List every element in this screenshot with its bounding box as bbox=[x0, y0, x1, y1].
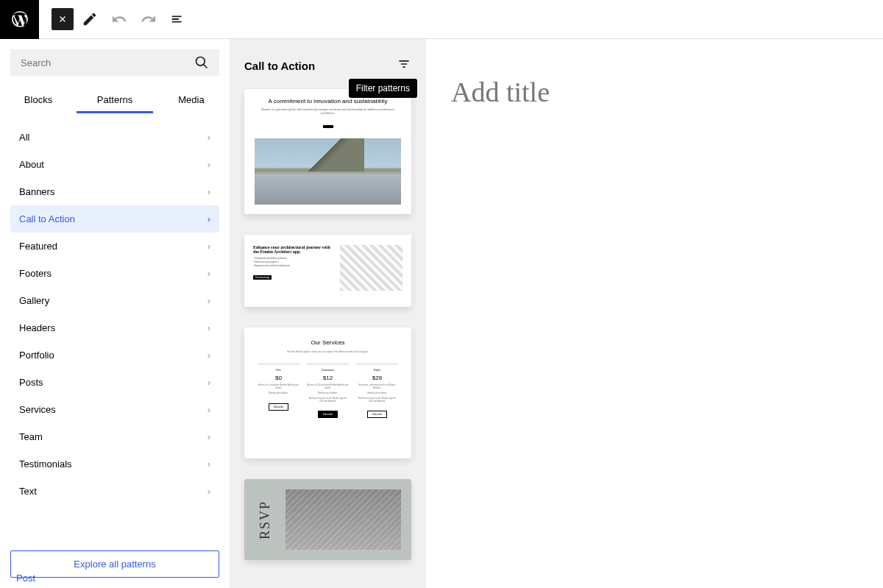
redo-icon bbox=[141, 11, 157, 27]
category-label: Call to Action bbox=[19, 213, 75, 224]
category-label: Gallery bbox=[19, 295, 49, 306]
category-list: All›About›Banners›Call to Action›Feature… bbox=[0, 113, 230, 540]
edit-tool-button[interactable] bbox=[77, 6, 103, 32]
pricing-tier: Free$0Access to 5 exclusive Études Artic… bbox=[258, 364, 299, 418]
filter-patterns-button[interactable]: Filter patterns bbox=[397, 57, 411, 74]
search-icon bbox=[194, 55, 209, 70]
chevron-right-icon: › bbox=[208, 132, 210, 143]
category-item[interactable]: Portfolio› bbox=[0, 341, 230, 369]
category-label: Team bbox=[19, 431, 43, 442]
close-icon bbox=[57, 14, 68, 24]
chevron-right-icon: › bbox=[208, 159, 210, 170]
pattern2-image bbox=[340, 245, 403, 291]
panel-title: Call to Action bbox=[244, 60, 315, 72]
footer-post-link[interactable]: Post bbox=[0, 568, 52, 588]
category-item[interactable]: Gallery› bbox=[0, 287, 230, 314]
category-label: All bbox=[19, 132, 29, 143]
tab-media[interactable]: Media bbox=[153, 86, 230, 113]
pattern3-tiers: Free$0Access to 5 exclusive Études Artic… bbox=[258, 364, 398, 418]
category-item[interactable]: Footers› bbox=[0, 260, 230, 287]
top-toolbar bbox=[0, 0, 883, 39]
list-view-icon bbox=[170, 11, 186, 27]
close-inserter-button[interactable] bbox=[52, 8, 74, 30]
pricing-tier: Expert$28Exclusive, unlimited access to … bbox=[356, 364, 398, 418]
category-label: Headers bbox=[19, 322, 55, 333]
svg-point-0 bbox=[196, 57, 205, 66]
pattern-card[interactable]: Enhance your architectural journey with … bbox=[244, 235, 411, 307]
chevron-right-icon: › bbox=[208, 268, 210, 279]
pattern2-li: • Collaborate with fellow architects. bbox=[253, 257, 333, 260]
tab-blocks[interactable]: Blocks bbox=[0, 86, 77, 113]
chevron-right-icon: › bbox=[208, 486, 210, 497]
chevron-right-icon: › bbox=[208, 186, 210, 197]
category-label: Posts bbox=[19, 377, 43, 388]
category-item[interactable]: About› bbox=[0, 151, 230, 178]
tab-patterns[interactable]: Patterns bbox=[77, 86, 153, 113]
pricing-tier: Connoisseur$12Access to 20 exclusive Étu… bbox=[307, 364, 349, 418]
inserter-sidebar: Blocks Patterns Media All›About›Banners›… bbox=[0, 39, 230, 588]
pattern-card[interactable]: A commitment to innovation and sustainab… bbox=[244, 89, 411, 214]
pattern3-title: Our Services bbox=[258, 339, 398, 346]
pattern4-image bbox=[286, 489, 401, 550]
pattern-card[interactable]: RSVP bbox=[244, 479, 411, 560]
category-label: Featured bbox=[19, 241, 57, 252]
pattern1-btn-mock bbox=[323, 125, 333, 128]
search-input[interactable] bbox=[21, 57, 194, 68]
category-item[interactable]: Featured› bbox=[0, 233, 230, 260]
wordpress-logo[interactable] bbox=[0, 0, 39, 39]
undo-icon bbox=[111, 11, 127, 27]
chevron-right-icon: › bbox=[208, 458, 210, 470]
chevron-right-icon: › bbox=[208, 295, 210, 306]
post-title-placeholder[interactable]: Add title bbox=[451, 76, 858, 108]
category-label: Services bbox=[19, 404, 56, 415]
category-item[interactable]: Posts› bbox=[0, 369, 230, 396]
pattern2-li: • Showcase your projects. bbox=[253, 261, 333, 263]
patterns-panel: Call to Action Filter patterns A commitm… bbox=[230, 39, 426, 588]
category-item[interactable]: Headers› bbox=[0, 314, 230, 341]
undo-button[interactable] bbox=[106, 6, 132, 32]
editor-canvas[interactable]: Add title bbox=[426, 39, 883, 588]
chevron-right-icon: › bbox=[208, 241, 210, 252]
filter-icon bbox=[397, 57, 411, 71]
category-label: Banners bbox=[19, 186, 54, 197]
filter-tooltip: Filter patterns bbox=[349, 79, 417, 98]
chevron-right-icon: › bbox=[208, 431, 210, 442]
category-label: Testimonials bbox=[19, 458, 72, 470]
pattern2-btn: Download app bbox=[253, 275, 272, 280]
category-label: About bbox=[19, 159, 44, 170]
pattern2-li: • Experience the world of architecture. bbox=[253, 264, 333, 267]
document-overview-button[interactable] bbox=[165, 6, 191, 32]
category-item[interactable]: Testimonials› bbox=[0, 450, 230, 478]
pattern-card[interactable]: Our Services We offer flexible options, … bbox=[244, 327, 411, 458]
category-label: Portfolio bbox=[19, 350, 54, 361]
pattern2-title: Enhance your architectural journey with … bbox=[253, 245, 333, 254]
main-area: Blocks Patterns Media All›About›Banners›… bbox=[0, 39, 883, 588]
redo-button[interactable] bbox=[135, 6, 162, 32]
panel-header: Call to Action Filter patterns bbox=[244, 57, 411, 74]
category-label: Footers bbox=[19, 268, 52, 279]
chevron-right-icon: › bbox=[208, 404, 210, 415]
category-item[interactable]: All› bbox=[0, 124, 230, 151]
inserter-tabs: Blocks Patterns Media bbox=[0, 86, 230, 113]
category-item[interactable]: Text› bbox=[0, 478, 230, 505]
pattern1-desc: Études is a pioneering firm that seamles… bbox=[255, 107, 401, 115]
pattern1-image bbox=[255, 138, 401, 205]
pattern1-title: A commitment to innovation and sustainab… bbox=[255, 98, 401, 105]
chevron-right-icon: › bbox=[208, 322, 210, 333]
chevron-right-icon: › bbox=[208, 213, 210, 224]
category-item[interactable]: Call to Action› bbox=[10, 205, 219, 233]
category-item[interactable]: Services› bbox=[0, 396, 230, 423]
search-box[interactable] bbox=[10, 49, 219, 76]
pencil-icon bbox=[82, 11, 98, 27]
chevron-right-icon: › bbox=[208, 350, 210, 361]
category-item[interactable]: Team› bbox=[0, 423, 230, 450]
pattern3-sub: We offer flexible options, which you can… bbox=[258, 350, 398, 353]
category-item[interactable]: Banners› bbox=[0, 178, 230, 205]
pattern4-rsvp: RSVP bbox=[258, 500, 274, 539]
chevron-right-icon: › bbox=[208, 377, 210, 388]
category-label: Text bbox=[19, 486, 37, 497]
